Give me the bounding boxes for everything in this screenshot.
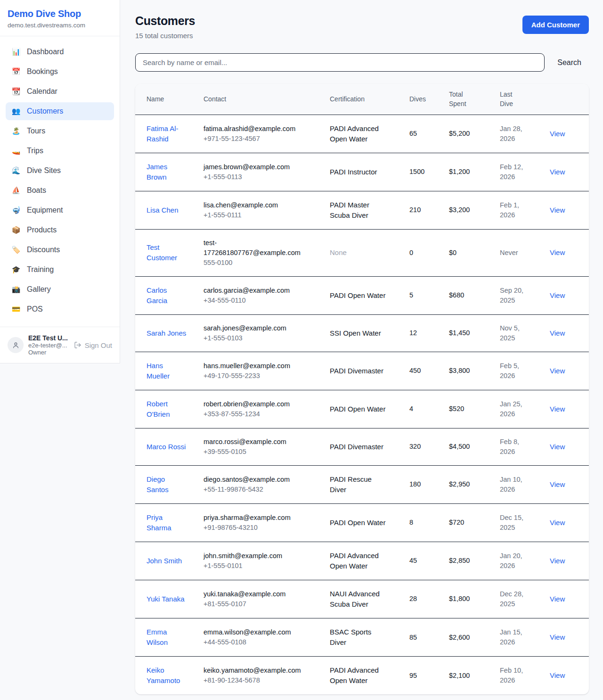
last-dive-cell: Nov 5, 2025 [500, 314, 550, 352]
customer-name-link[interactable]: James Brown [147, 163, 167, 181]
customer-email: hans.mueller@example.com [204, 361, 302, 371]
customer-phone: +49-170-555-2233 [204, 371, 302, 381]
customer-phone: +91-98765-43210 [204, 523, 302, 533]
customer-email: priya.sharma@example.com [204, 513, 302, 523]
sidebar-item-gallery[interactable]: 📸Gallery [6, 280, 114, 298]
customer-email: test-1772681807767@example.com [204, 238, 302, 258]
table-row: Priya Sharmapriya.sharma@example.com+91-… [135, 503, 589, 542]
customers-table-card: NameContactCertificationDivesTotal Spent… [135, 84, 589, 694]
dives-value: 28 [409, 595, 417, 602]
total-spent-value: $0 [449, 249, 456, 256]
sign-out-button[interactable]: Sign Out [74, 341, 112, 349]
customer-name-link[interactable]: Marco Rossi [147, 443, 186, 451]
contact-cell: marco.rossi@example.com+39-555-0105 [204, 428, 330, 465]
sidebar-item-customers[interactable]: 👥Customers [6, 102, 114, 120]
customer-name-link[interactable]: Lisa Chen [147, 206, 179, 214]
view-customer-link[interactable]: View [550, 519, 565, 527]
last-dive-cell: Dec 28, 2025 [500, 580, 550, 618]
user-email: e2e-tester@... [28, 342, 68, 349]
sidebar-item-tours[interactable]: 🏝️Tours [6, 122, 114, 140]
sidebar-item-training[interactable]: 🎓Training [6, 261, 114, 279]
certification-cell: None [330, 229, 409, 276]
customer-name-link[interactable]: Diego Santos [147, 475, 169, 494]
name-cell: Keiko Yamamoto [135, 657, 204, 695]
customer-name-link[interactable]: Test Customer [147, 243, 177, 262]
search-input[interactable] [135, 53, 545, 72]
dives-cell: 12 [409, 314, 449, 352]
add-customer-button[interactable]: Add Customer [522, 16, 589, 34]
name-cell: James Brown [135, 153, 204, 191]
search-button[interactable]: Search [557, 58, 581, 67]
dives-value: 12 [409, 329, 417, 337]
sidebar-item-dashboard[interactable]: 📊Dashboard [6, 43, 114, 61]
name-cell: Fatima Al-Rashid [135, 115, 204, 153]
view-customer-link[interactable]: View [550, 595, 565, 603]
sidebar-item-bookings[interactable]: 📅Bookings [6, 63, 114, 81]
name-cell: Diego Santos [135, 465, 204, 503]
customer-name-link[interactable]: Priya Sharma [147, 513, 171, 532]
graduation-cap-icon: 🎓 [11, 265, 21, 274]
customer-name-link[interactable]: John Smith [147, 557, 182, 565]
table-row: James Brownjames.brown@example.com+1-555… [135, 153, 589, 191]
dives-value: 45 [409, 557, 417, 564]
view-customer-link[interactable]: View [550, 168, 565, 176]
view-customer-link[interactable]: View [550, 671, 565, 679]
total-spent-value: $1,450 [449, 329, 470, 337]
sidebar-item-pos[interactable]: 💳POS [6, 300, 114, 318]
view-customer-link[interactable]: View [550, 367, 565, 375]
dives-value: 95 [409, 672, 417, 679]
view-customer-link[interactable]: View [550, 443, 565, 451]
view-customer-link[interactable]: View [550, 130, 565, 138]
customer-email: fatima.alrashid@example.com [204, 124, 302, 134]
customer-name-link[interactable]: Keiko Yamamoto [147, 666, 180, 684]
total-spent-value: $2,600 [449, 634, 470, 641]
contact-cell: james.brown@example.com+1-555-0113 [204, 153, 330, 191]
view-customer-link[interactable]: View [550, 557, 565, 565]
customer-name-link[interactable]: Sarah Jones [147, 329, 186, 337]
total-spent-cell: $520 [449, 390, 500, 428]
customer-name-link[interactable]: Yuki Tanaka [147, 595, 185, 603]
sidebar-item-trips[interactable]: 🚤Trips [6, 142, 114, 160]
total-spent-cell: $5,200 [449, 115, 500, 153]
last-dive-cell: Feb 12, 2026 [500, 153, 550, 191]
view-customer-link[interactable]: View [550, 206, 565, 214]
tear-off-calendar-icon: 📆 [11, 87, 21, 96]
sidebar-item-products[interactable]: 📦Products [6, 221, 114, 239]
last-dive-cell: Feb 8, 2026 [500, 428, 550, 465]
sidebar-nav: 📊Dashboard📅Bookings📆Calendar👥Customers🏝️… [0, 36, 120, 327]
customer-name-link[interactable]: Fatima Al-Rashid [147, 124, 179, 143]
sidebar-item-dive-sites[interactable]: 🌊Dive Sites [6, 162, 114, 180]
action-cell: View [550, 229, 589, 276]
certification-value: PADI Advanced Open Water [330, 666, 379, 684]
certification-cell: BSAC Sports Diver [330, 618, 409, 657]
sidebar-item-discounts[interactable]: 🏷️Discounts [6, 241, 114, 259]
sidebar-item-calendar[interactable]: 📆Calendar [6, 82, 114, 100]
user-info: E2E Test U... e2e-tester@... Owner [28, 334, 68, 356]
last-dive-cell: Feb 1, 2026 [500, 191, 550, 229]
action-cell: View [550, 390, 589, 428]
last-dive-value: Jan 28, 2026 [500, 125, 522, 142]
view-customer-link[interactable]: View [550, 329, 565, 337]
customer-name-link[interactable]: Emma Wilson [147, 628, 168, 646]
view-customer-link[interactable]: View [550, 480, 565, 488]
total-spent-value: $2,950 [449, 480, 470, 488]
sidebar-item-boats[interactable]: ⛵Boats [6, 181, 114, 199]
view-customer-link[interactable]: View [550, 291, 565, 299]
certification-cell: PADI Open Water [330, 503, 409, 542]
customer-name-link[interactable]: Carlos Garcia [147, 286, 167, 305]
package-icon: 📦 [11, 226, 21, 234]
customer-name-link[interactable]: Hans Mueller [147, 362, 170, 380]
total-spent-value: $2,100 [449, 672, 470, 679]
contact-cell: hans.mueller@example.com+49-170-555-2233 [204, 352, 330, 390]
total-spent-cell: $720 [449, 503, 500, 542]
view-customer-link[interactable]: View [550, 248, 565, 256]
dives-value: 85 [409, 634, 417, 641]
customer-phone: +1-555-0103 [204, 333, 302, 343]
view-customer-link[interactable]: View [550, 405, 565, 413]
sidebar-item-equipment[interactable]: 🤿Equipment [6, 201, 114, 219]
total-spent-cell: $4,500 [449, 428, 500, 465]
certification-value: SSI Open Water [330, 329, 381, 337]
view-customer-link[interactable]: View [550, 633, 565, 641]
dives-value: 65 [409, 130, 417, 137]
customer-name-link[interactable]: Robert O'Brien [147, 400, 170, 418]
